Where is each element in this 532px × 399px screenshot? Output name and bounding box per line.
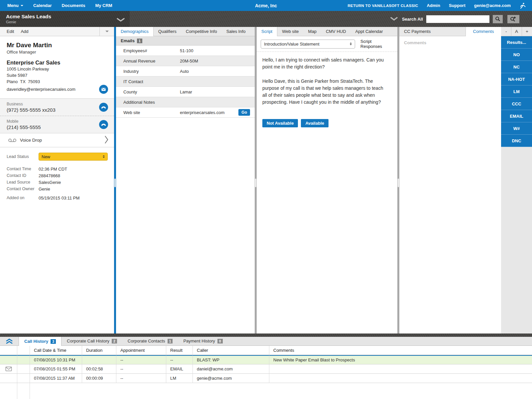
script-section-value: Introduction/Value Statement (264, 42, 320, 47)
result-na-hot-button[interactable]: NA-HOT (501, 73, 532, 85)
not-available-button[interactable]: Not Available (262, 119, 298, 127)
send-email-button[interactable] (99, 85, 108, 94)
result-email-button[interactable]: EMAIL (501, 110, 532, 122)
search-chevron-down-icon[interactable] (390, 16, 398, 22)
chevron-down-icon (105, 31, 109, 34)
menu-dropdown[interactable]: Menu (7, 3, 23, 8)
result-dnc-button[interactable]: DNC (501, 135, 532, 147)
contact-actions-dropdown[interactable] (99, 27, 114, 36)
tab-demographics[interactable]: Demographics (116, 27, 154, 36)
tab-corporate-contacts[interactable]: Corporate Contacts 1 (122, 337, 178, 345)
demo-label: IT Contact (116, 79, 180, 84)
phone-icon (101, 105, 106, 110)
results-column: - A + Results... NO NC NA-HOT LM CCC EMA… (501, 27, 532, 333)
tab-script[interactable]: Script (257, 27, 277, 36)
email-icon (101, 87, 106, 92)
demo-row: IT Contact (116, 76, 255, 87)
tab-label: Corporate Contacts (128, 337, 165, 345)
result-lm-button[interactable]: LM (501, 85, 532, 98)
cell-duration (82, 355, 116, 364)
demo-label: Industry (116, 69, 180, 74)
go-website-button[interactable]: Go (238, 109, 250, 116)
demo-label: Annual Revenue (116, 59, 180, 64)
edit-button[interactable]: Edit (7, 29, 14, 34)
logout-run-icon[interactable] (519, 2, 526, 9)
cell-comments: New White Paper Email Blast to Prospects (269, 355, 532, 364)
splitter-handle[interactable] (398, 179, 399, 187)
field-value: 02:36 PM CDT (39, 167, 67, 172)
voice-drop-row[interactable]: Voice Drop (0, 133, 114, 147)
emails-label: Emails (121, 38, 135, 43)
emails-section-header[interactable]: Emails 1 (116, 36, 255, 46)
tab-label: Corporate Call History (67, 337, 109, 345)
tab-competitive-info[interactable]: Competitive Info (181, 27, 222, 36)
font-larger-button[interactable]: + (522, 27, 532, 36)
tab-corporate-call-history[interactable]: Corporate Call History 2 (62, 337, 122, 345)
script-text: Hello, I am trying to connect with sales… (257, 52, 397, 106)
tab-comments[interactable]: Comments (466, 27, 501, 36)
splitter-handle[interactable] (114, 179, 116, 187)
script-responses-link[interactable]: Script Responses (360, 39, 393, 49)
nav-my-crm[interactable]: My CRM (95, 3, 112, 8)
tab-payment-history[interactable]: Payment History 0 (178, 337, 228, 345)
results-menu-button[interactable]: Results... (501, 36, 532, 49)
history-row[interactable]: 07/08/2015 01:55 PM 00:02:58 -- EMAIL da… (0, 364, 532, 374)
main-area: Edit Add Mr Dave Martin Office Manager E… (0, 27, 532, 333)
search-input[interactable] (426, 15, 489, 23)
nav-documents[interactable]: Documents (62, 3, 85, 8)
cell-date: 07/08/2015 01:55 PM (30, 364, 82, 374)
user-email[interactable]: genie@acme.com (474, 3, 511, 8)
contact-toolbar: Edit Add (0, 27, 114, 36)
tab-cc-payments[interactable]: CC Payments (399, 27, 466, 36)
contact-address-line1: 1005 Lincoln Parkway (7, 66, 108, 72)
tab-web-site[interactable]: Web site (277, 27, 303, 36)
script-tabbar: Script Web site Map CMV HUD Appt Calenda… (257, 27, 397, 36)
font-reset-button[interactable]: A (511, 27, 521, 36)
script-panel: Script Web site Map CMV HUD Appt Calenda… (257, 27, 397, 333)
search-button[interactable] (493, 15, 503, 23)
phone-section: Business (972) 555-5555 xx203 Mobile (21… (0, 98, 114, 133)
splitter-handle[interactable] (255, 179, 256, 187)
contact-email: daveridley@enterprisecarsales.com (7, 86, 75, 92)
demo-value: Lamar (180, 89, 255, 94)
result-nc-button[interactable]: NC (501, 61, 532, 73)
comments-textarea[interactable] (399, 36, 501, 322)
advanced-search-button[interactable] (507, 15, 519, 23)
demo-label: County (116, 89, 180, 94)
result-no-button[interactable]: NO (501, 49, 532, 61)
lead-status-select[interactable]: New (39, 153, 108, 161)
return-classic-link[interactable]: RETURN TO VANILLASOFT CLASSIC (347, 4, 418, 8)
font-smaller-button[interactable]: - (501, 27, 511, 36)
count-badge: 3 (51, 339, 56, 344)
sub-header: Acme Sales Leads Genie Search All (0, 11, 532, 27)
script-section-select[interactable]: Introduction/Value Statement (261, 40, 355, 49)
tab-qualifiers[interactable]: Qualifiers (154, 27, 181, 36)
add-button[interactable]: Add (21, 29, 28, 34)
nav-admin[interactable]: Admin (427, 3, 440, 8)
field-label: Lead Source (7, 180, 39, 185)
nav-calendar[interactable]: Calendar (33, 3, 52, 8)
history-row[interactable]: 07/08/2015 11:37 AM 00:00:09 -- LM genie… (0, 374, 532, 383)
call-mobile-button[interactable] (99, 120, 108, 129)
search-plus-icon (510, 16, 517, 22)
chevron-down-icon (21, 5, 23, 8)
cell-appointment: -- (116, 355, 166, 364)
search-icon (495, 16, 500, 22)
collapse-panel-button[interactable] (0, 338, 19, 344)
result-w-button[interactable]: W# (501, 122, 532, 135)
available-button[interactable]: Available (301, 119, 329, 127)
call-business-button[interactable] (99, 103, 108, 112)
result-ccc-button[interactable]: CCC (501, 98, 532, 110)
tab-map[interactable]: Map (304, 27, 321, 36)
field-label: Contact ID (7, 173, 39, 178)
demo-value: Auto (180, 69, 255, 74)
menu-label: Menu (7, 3, 19, 8)
tab-call-history[interactable]: Call History 3 (19, 337, 62, 346)
queue-chevron-down-icon[interactable] (116, 17, 125, 23)
demo-label: Employees# (116, 48, 180, 53)
tab-appt-calendar[interactable]: Appt Calendar (351, 27, 388, 36)
history-row[interactable]: 07/08/2015 10:31 PM -- -- BLAST: WP New … (0, 355, 532, 364)
tab-sales-info[interactable]: Sales Info (222, 27, 250, 36)
tab-cmv-hud[interactable]: CMV HUD (321, 27, 351, 36)
nav-support[interactable]: Support (449, 3, 466, 8)
